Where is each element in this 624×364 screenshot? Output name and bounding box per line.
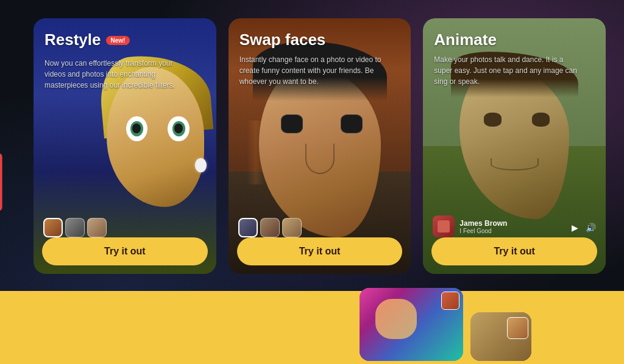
avatar-2[interactable] [65,218,85,237]
avatar-1[interactable] [43,218,63,237]
bottom-preview [360,288,531,361]
restyle-avatars [43,218,107,237]
swap-avatars [238,218,302,237]
new-badge: New! [106,36,130,45]
preview-overlay [441,292,459,310]
feedback-tab[interactable]: ✉ Feedback [0,153,2,211]
restyle-description: Now you can effortlessly transform your … [44,58,191,91]
card-restyle: Restyle New! Now you can effortlessly tr… [34,18,216,274]
animate-description: Make your photos talk and dance. It is a… [434,54,580,87]
preview-small-overlay [507,317,528,339]
card-swap: Swap faces Instantly change face on a ph… [229,18,411,274]
preview-overlay-img [442,292,459,309]
music-avatar-inner [438,220,450,233]
animate-try-button[interactable]: Try it out [431,237,597,265]
music-info: James Brown I Feel Good [433,215,507,237]
music-controls[interactable]: ▶ 🔊 [572,223,596,233]
music-song: I Feel Good [459,228,507,234]
swap-avatar-3[interactable] [282,218,302,237]
restyle-title: Restyle [44,30,101,49]
swap-title: Swap faces [239,30,400,49]
swap-avatar-2[interactable] [260,218,280,237]
swap-try-button[interactable]: Try it out [237,237,403,265]
card-animate: Animate Make your photos talk and dance.… [423,18,606,274]
music-text: James Brown I Feel Good [459,219,507,234]
preview-face [375,299,417,339]
animate-title: Animate [434,30,595,49]
play-button[interactable]: ▶ [572,223,578,233]
avatar-3[interactable] [87,218,107,237]
cards-container: Restyle New! Now you can effortlessly tr… [34,18,606,274]
swap-description: Instantly change face on a photo or vide… [239,54,386,87]
volume-button[interactable]: 🔊 [586,223,596,233]
music-avatar [433,215,455,237]
music-artist: James Brown [459,219,507,228]
preview-small [470,312,531,361]
restyle-try-button[interactable]: Try it out [42,237,208,265]
preview-large [360,288,463,361]
swap-avatar-1[interactable] [238,218,258,237]
